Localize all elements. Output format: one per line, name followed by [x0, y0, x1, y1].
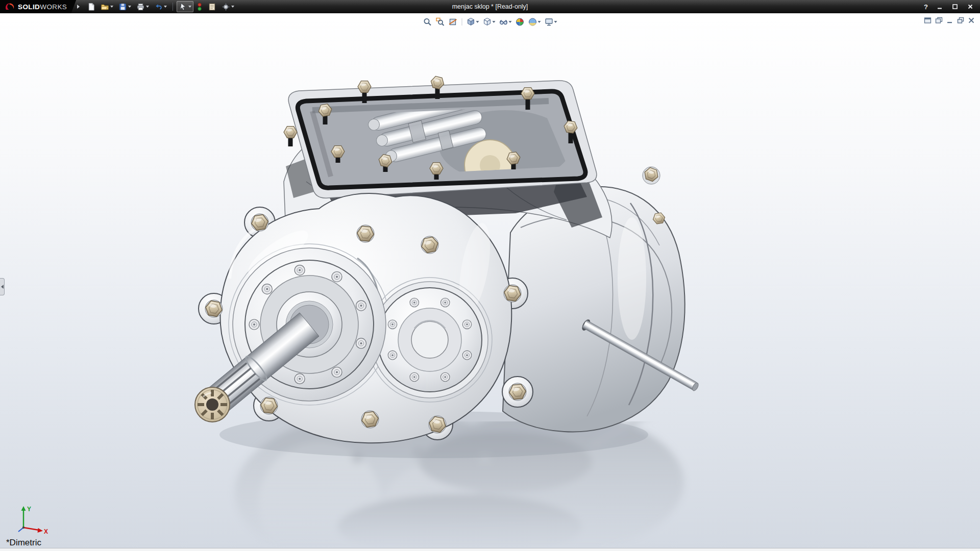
undo-button[interactable] — [152, 1, 169, 12]
dassault-systemes-logo-icon — [4, 3, 15, 11]
previous-document-icon[interactable] — [924, 17, 932, 24]
view-orientation-icon — [467, 17, 476, 27]
select-dropdown-caret[interactable] — [188, 6, 191, 8]
file-properties-icon — [208, 3, 216, 11]
heads-up-view-toolbar — [422, 16, 558, 28]
undo-dropdown-caret[interactable] — [164, 6, 167, 8]
options-icon — [222, 3, 230, 11]
display-style-icon — [483, 17, 492, 27]
x-axis-label: X — [44, 528, 48, 535]
close-button[interactable] — [964, 2, 977, 11]
window-title-bar: SOLIDWORKS — [0, 0, 980, 13]
window-controls: ? — [921, 2, 980, 11]
minimize-button[interactable] — [933, 2, 946, 11]
view-settings-icon — [545, 17, 554, 27]
selection-filter-toggle-icon — [197, 3, 203, 11]
zoom-to-area-icon — [436, 17, 445, 27]
hide-show-items-icon — [499, 17, 508, 27]
undo-icon — [154, 3, 163, 11]
view-orientation-button[interactable] — [465, 16, 480, 28]
zoom-to-fit-button[interactable] — [422, 16, 433, 28]
save-button[interactable] — [116, 1, 133, 12]
print-button[interactable] — [134, 1, 151, 12]
menu-expand-arrow[interactable] — [77, 5, 80, 9]
close-icon — [967, 4, 973, 10]
select-cursor-icon — [179, 3, 187, 11]
open-button[interactable] — [99, 1, 115, 12]
brand-light: WORKS — [40, 3, 67, 11]
minimize-document-icon[interactable] — [946, 17, 953, 24]
y-axis-arrow — [21, 506, 26, 511]
save-icon — [118, 3, 127, 11]
print-dropdown-caret[interactable] — [146, 6, 149, 8]
help-button[interactable]: ? — [921, 3, 931, 11]
section-view-icon — [449, 17, 458, 27]
hud-separator — [462, 18, 462, 26]
new-window-icon[interactable] — [935, 17, 943, 24]
document-window-controls — [924, 17, 975, 24]
view-settings-caret[interactable] — [554, 21, 557, 23]
options-dropdown-caret[interactable] — [231, 6, 234, 8]
collapse-arrow-icon — [1, 285, 4, 289]
app-logo: SOLIDWORKS — [0, 0, 76, 13]
orientation-triad: Y X — [11, 503, 51, 537]
selection-filter-toggle-button[interactable] — [194, 1, 205, 12]
close-document-icon[interactable] — [968, 17, 975, 24]
edit-appearance-icon — [516, 17, 525, 27]
new-document-icon — [87, 3, 95, 11]
maximize-button[interactable] — [948, 2, 962, 11]
print-icon — [136, 3, 145, 11]
zoom-to-fit-icon — [423, 17, 432, 27]
brand-name: SOLIDWORKS — [18, 3, 67, 11]
new-document-button[interactable] — [85, 1, 97, 12]
view-orientation-label: *Dimetric — [6, 538, 41, 548]
open-dropdown-caret[interactable] — [110, 6, 113, 8]
model-gearbox-assembly[interactable] — [0, 13, 980, 548]
zoom-to-area-button[interactable] — [435, 16, 446, 28]
file-properties-button[interactable] — [206, 1, 218, 12]
restore-document-icon[interactable] — [957, 17, 964, 24]
open-icon — [101, 3, 109, 11]
options-button[interactable] — [219, 1, 236, 12]
toolbar-separator — [173, 3, 173, 11]
view-settings-button[interactable] — [544, 16, 558, 28]
edit-appearance-button[interactable] — [514, 16, 526, 28]
apply-scene-icon — [528, 17, 537, 27]
display-style-button[interactable] — [482, 16, 497, 28]
brand-bold: SOLID — [18, 3, 40, 11]
status-strip — [0, 548, 980, 551]
apply-scene-button[interactable] — [527, 16, 542, 28]
part-output-flange[interactable] — [372, 282, 488, 398]
hide-show-items-button[interactable] — [498, 16, 513, 28]
graphics-viewport[interactable]: Y X *Dimetric — [0, 13, 980, 548]
save-dropdown-caret[interactable] — [128, 6, 131, 8]
apply-scene-caret[interactable] — [538, 21, 541, 23]
maximize-icon — [952, 4, 958, 10]
panel-collapse-tab[interactable] — [0, 278, 5, 295]
display-style-caret[interactable] — [493, 21, 496, 23]
triad-origin — [22, 527, 24, 529]
x-axis-arrow — [38, 528, 43, 533]
select-button[interactable] — [177, 1, 193, 12]
y-axis-label: Y — [27, 506, 31, 513]
view-orientation-caret[interactable] — [476, 21, 479, 23]
main-toolbar — [85, 1, 236, 12]
minimize-icon — [937, 4, 943, 10]
section-view-button[interactable] — [448, 16, 459, 28]
hide-show-items-caret[interactable] — [509, 21, 512, 23]
